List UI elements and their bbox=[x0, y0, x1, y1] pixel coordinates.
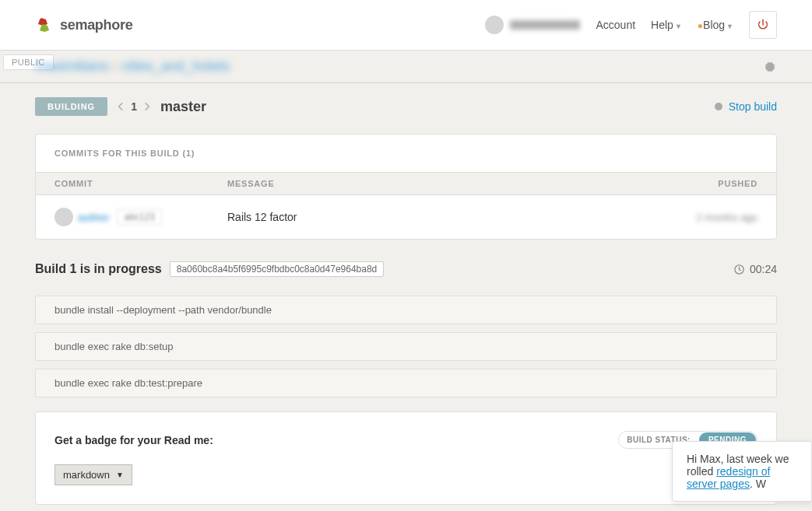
command-step[interactable]: bundle exec rake db:test:prepare bbox=[35, 369, 777, 397]
chevron-down-icon: ▼ bbox=[726, 23, 733, 30]
commit-message: Rails 12 factor bbox=[227, 211, 664, 223]
command-step[interactable]: bundle install --deployment --path vendo… bbox=[35, 296, 777, 324]
build-status-badge: BUILDING bbox=[35, 97, 107, 116]
branch-name: master bbox=[160, 99, 206, 115]
progress-header: Build 1 is in progress 8a060bc8a4b5f6995… bbox=[35, 261, 777, 277]
avatar-icon bbox=[54, 208, 73, 226]
chevron-down-icon: ▼ bbox=[675, 23, 682, 30]
prev-build-button[interactable] bbox=[115, 101, 126, 112]
commits-table-header: COMMIT MESSAGE PUSHED bbox=[36, 172, 776, 195]
badge-title: Get a badge for your Read me: bbox=[54, 434, 213, 446]
stop-build-link[interactable]: Stop build bbox=[729, 100, 777, 113]
dot-icon: ● bbox=[698, 20, 703, 31]
commits-panel: COMMITS FOR THIS BUILD (1) COMMIT MESSAG… bbox=[35, 134, 777, 240]
brand-logo[interactable]: semaphore bbox=[35, 16, 132, 34]
avatar-icon bbox=[485, 16, 504, 34]
col-commit: COMMIT bbox=[54, 179, 227, 188]
blog-menu[interactable]: ●Blog▼ bbox=[698, 19, 733, 31]
project-bar: maximiliano / cities_and_hotels bbox=[0, 51, 812, 83]
commit-pushed: 2 months ago bbox=[664, 212, 758, 223]
semaphore-icon bbox=[35, 16, 54, 34]
brand-name: semaphore bbox=[60, 17, 132, 33]
chevron-left-icon bbox=[115, 101, 126, 112]
next-build-button[interactable] bbox=[142, 101, 153, 112]
top-bar: semaphore Account Help▼ ●Blog▼ bbox=[0, 0, 812, 51]
commit-author[interactable]: author bbox=[78, 212, 109, 223]
progress-title: Build 1 is in progress bbox=[35, 262, 162, 276]
badge-panel: Get a badge for your Read me: BUILD STAT… bbox=[35, 411, 777, 505]
commit-sha[interactable]: 8a060bc8a4b5f6995c9fbdbc0c8a0d47e964ba8d bbox=[170, 261, 385, 277]
chevron-down-icon: ▼ bbox=[116, 471, 124, 479]
build-header: BUILDING 1 master Stop build bbox=[35, 83, 777, 128]
power-icon bbox=[757, 19, 769, 31]
gear-icon bbox=[763, 60, 777, 74]
user-menu[interactable] bbox=[485, 16, 580, 34]
commit-hash[interactable]: abc123 bbox=[117, 209, 161, 225]
command-step[interactable]: bundle exec rake db:setup bbox=[35, 332, 777, 361]
help-menu[interactable]: Help▼ bbox=[651, 19, 682, 31]
logout-button[interactable] bbox=[749, 11, 777, 39]
settings-button[interactable] bbox=[763, 60, 777, 74]
table-row: author abc123 Rails 12 factor 2 months a… bbox=[36, 195, 776, 239]
build-number: 1 bbox=[131, 100, 137, 113]
clock-icon bbox=[733, 264, 745, 275]
command-list: bundle install --deployment --path vendo… bbox=[35, 296, 777, 397]
account-link[interactable]: Account bbox=[596, 19, 635, 31]
owner-link[interactable]: maximiliano bbox=[35, 58, 109, 75]
format-select[interactable]: markdown ▼ bbox=[54, 464, 132, 485]
status-dot-icon bbox=[715, 103, 722, 110]
col-message: MESSAGE bbox=[227, 179, 664, 188]
commits-heading: COMMITS FOR THIS BUILD (1) bbox=[36, 135, 776, 172]
chat-widget[interactable]: Hi Max, last week we rolled redesign of … bbox=[672, 441, 812, 502]
username bbox=[510, 20, 580, 30]
repo-link[interactable]: cities_and_hotels bbox=[121, 58, 230, 75]
elapsed-time: 00:24 bbox=[733, 263, 777, 275]
chevron-right-icon bbox=[142, 101, 153, 112]
col-pushed: PUSHED bbox=[664, 179, 758, 188]
